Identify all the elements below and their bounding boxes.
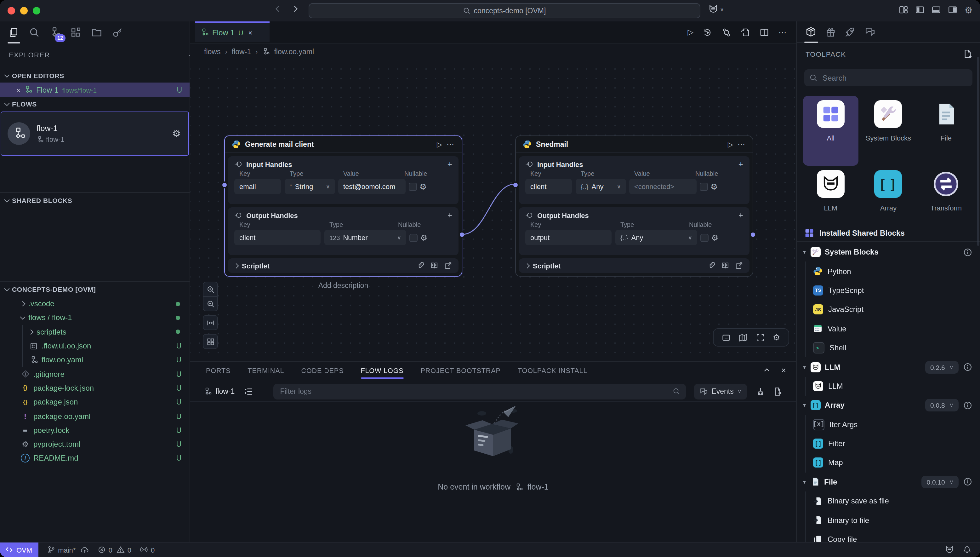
tree-item-package-json[interactable]: {} package.json U bbox=[0, 395, 190, 409]
flow-card[interactable]: flow-1 flow-1 ⚙ bbox=[1, 112, 189, 156]
group-system-blocks[interactable]: ▾ System Blocks bbox=[797, 243, 980, 262]
ports-item[interactable]: 0 bbox=[140, 546, 154, 554]
secrets-view-icon[interactable] bbox=[110, 24, 125, 40]
zoom-in-icon[interactable] bbox=[203, 282, 217, 296]
explorer-view-icon[interactable] bbox=[6, 24, 21, 40]
search-view-icon[interactable] bbox=[26, 24, 42, 40]
project-section-header[interactable]: CONCEPTS-DEMO [OVM] bbox=[0, 283, 190, 295]
scriptlet-section[interactable]: Scriptlet bbox=[228, 258, 458, 273]
close-tab-icon[interactable]: × bbox=[249, 29, 253, 36]
category-array[interactable]: [ ] Array bbox=[861, 166, 916, 224]
remote-indicator[interactable]: OVM bbox=[0, 542, 38, 557]
more-actions-icon[interactable]: ⋯ bbox=[778, 28, 787, 37]
rocket-view-icon[interactable] bbox=[845, 21, 855, 42]
toolpack-search-input[interactable] bbox=[821, 73, 967, 83]
input-type-select[interactable]: {..}Any∨ bbox=[576, 179, 626, 194]
run-flow-icon[interactable]: ▷ bbox=[688, 28, 694, 37]
block-binary-save-as-file[interactable]: Binary save as file bbox=[797, 492, 980, 511]
category-all[interactable]: All bbox=[803, 96, 858, 166]
log-view-mode-icon[interactable] bbox=[244, 386, 253, 396]
info-icon[interactable] bbox=[963, 477, 972, 487]
export-logs-icon[interactable] bbox=[773, 386, 783, 396]
auto-layout-icon[interactable] bbox=[203, 335, 217, 349]
input-key-field[interactable]: email bbox=[234, 179, 281, 194]
open-external-icon[interactable] bbox=[444, 262, 452, 270]
events-dropdown[interactable]: Events ∨ bbox=[694, 383, 747, 399]
add-input-handle-icon[interactable]: + bbox=[738, 160, 743, 169]
tab-ports[interactable]: PORTS bbox=[206, 366, 231, 374]
block-javascript[interactable]: JSJavaScript bbox=[797, 300, 980, 319]
input-port[interactable] bbox=[221, 181, 228, 188]
block-copy-file[interactable]: Copy file bbox=[797, 530, 980, 542]
history-back-icon[interactable] bbox=[273, 5, 282, 13]
add-output-handle-icon[interactable]: + bbox=[447, 210, 452, 220]
nullable-checkbox[interactable] bbox=[700, 233, 709, 242]
zoom-out-icon[interactable] bbox=[203, 296, 217, 311]
settings-gear-icon[interactable]: ⚙ bbox=[965, 5, 972, 14]
log-flow-selector[interactable]: flow-1 bbox=[203, 387, 235, 396]
tree-item-package-lock[interactable]: {} package-lock.json U bbox=[0, 381, 190, 396]
clear-logs-icon[interactable] bbox=[756, 386, 765, 396]
docs-icon[interactable] bbox=[430, 262, 438, 270]
scrollbar-thumb[interactable] bbox=[977, 57, 979, 246]
toolpack-view-icon[interactable] bbox=[806, 21, 816, 42]
compare-changes-icon[interactable] bbox=[722, 28, 731, 37]
category-system-blocks[interactable]: System Blocks bbox=[861, 96, 916, 166]
tree-item-gitignore[interactable]: .gitignore U bbox=[0, 367, 190, 381]
filter-logs-input[interactable] bbox=[279, 387, 672, 396]
git-branch-item[interactable]: main* bbox=[47, 546, 89, 554]
close-editor-icon[interactable]: × bbox=[16, 86, 21, 94]
assistant-menu[interactable]: ∨ bbox=[708, 4, 724, 15]
block-typescript[interactable]: TSTypeScript bbox=[797, 281, 980, 300]
tab-code-deps[interactable]: CODE DEPS bbox=[301, 366, 344, 374]
flows-section-header[interactable]: FLOWS bbox=[0, 98, 190, 110]
tree-item-flow-ui-json[interactable]: .flow.ui.oo.json U bbox=[0, 339, 190, 353]
block-shell[interactable]: >_Shell bbox=[797, 338, 980, 358]
category-llm[interactable]: LLM bbox=[803, 166, 858, 224]
tree-item-flows-flow-1[interactable]: flows / flow-1 bbox=[0, 311, 190, 325]
new-toolpack-icon[interactable] bbox=[963, 49, 972, 59]
add-description-button[interactable]: Add description bbox=[224, 282, 462, 289]
output-key-field[interactable]: output bbox=[525, 230, 611, 245]
output-port[interactable] bbox=[749, 231, 756, 238]
category-file[interactable]: File bbox=[918, 96, 974, 166]
block-filter[interactable]: [ ]Filter bbox=[797, 434, 980, 453]
maximize-panel-icon[interactable] bbox=[763, 366, 771, 374]
tab-toolpack-install[interactable]: TOOLPACK INSTALL bbox=[518, 366, 587, 374]
customize-layout-icon[interactable] bbox=[899, 5, 908, 15]
add-output-handle-icon[interactable]: + bbox=[738, 210, 743, 220]
tree-item-scriptlets[interactable]: scriptlets bbox=[0, 325, 190, 339]
rerun-flow-icon[interactable] bbox=[703, 28, 712, 37]
info-icon[interactable] bbox=[963, 247, 972, 257]
nullable-checkbox[interactable] bbox=[700, 182, 708, 191]
add-input-handle-icon[interactable]: + bbox=[447, 160, 452, 169]
close-window-button[interactable] bbox=[8, 7, 15, 15]
canvas-settings-gear-icon[interactable]: ⚙ bbox=[773, 333, 780, 342]
group-llm[interactable]: ▾ LLM 0.2.6∨ bbox=[797, 358, 980, 377]
gift-view-icon[interactable] bbox=[826, 21, 836, 42]
version-select[interactable]: 0.0.8∨ bbox=[925, 399, 959, 412]
input-type-select[interactable]: “String∨ bbox=[285, 179, 335, 194]
tree-item-flow-oo-yaml[interactable]: flow.oo.yaml U bbox=[0, 353, 190, 367]
node-more-icon[interactable]: ⋯ bbox=[738, 140, 746, 149]
command-center-search[interactable]: concepts-demo [OVM] bbox=[309, 3, 700, 18]
tree-item-poetry-lock[interactable]: ≡ poetry.lock U bbox=[0, 423, 190, 437]
folder-view-icon[interactable] bbox=[89, 24, 104, 40]
node-snedmail[interactable]: Snedmail ▷ ⋯ Input Handles + Key Type bbox=[515, 135, 753, 277]
flows-view-icon[interactable]: 12 bbox=[47, 24, 62, 40]
run-node-icon[interactable]: ▷ bbox=[728, 140, 733, 148]
feedback-view-icon[interactable] bbox=[865, 21, 876, 42]
version-select[interactable]: 0.2.6∨ bbox=[925, 361, 959, 373]
open-external-icon[interactable] bbox=[735, 262, 743, 270]
block-python[interactable]: Python bbox=[797, 262, 980, 281]
breadcrumb-file[interactable]: flow.oo.yaml bbox=[274, 47, 314, 55]
flow-canvas[interactable]: Generate mail client ▷ ⋯ Input Handles +… bbox=[190, 60, 796, 361]
fit-view-icon[interactable] bbox=[756, 333, 765, 342]
breadcrumb-flow-1[interactable]: flow-1 bbox=[232, 47, 251, 55]
docs-icon[interactable] bbox=[721, 262, 729, 270]
toggle-panel-icon[interactable] bbox=[722, 333, 731, 342]
split-editor-icon[interactable] bbox=[759, 28, 769, 37]
input-key-field[interactable]: client bbox=[525, 179, 572, 194]
output-port[interactable] bbox=[458, 231, 465, 238]
notifications-bell-icon[interactable] bbox=[963, 546, 971, 554]
